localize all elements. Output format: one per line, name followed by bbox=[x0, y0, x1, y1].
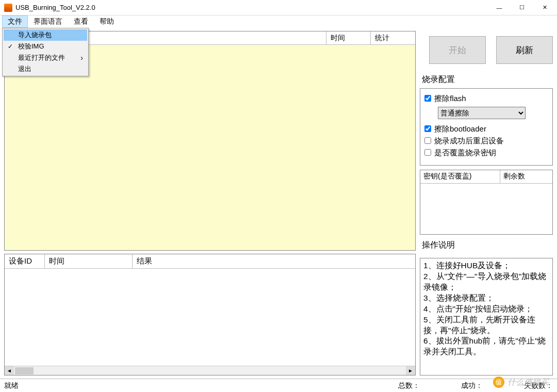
refresh-button[interactable]: 刷新 bbox=[496, 36, 553, 64]
key-table: 密钥(是否覆盖) 剩余数 bbox=[420, 170, 553, 235]
window-title: USB_Burning_Tool_V2.2.0 bbox=[15, 4, 488, 11]
app-icon bbox=[4, 4, 12, 12]
close-button[interactable]: ✕ bbox=[533, 1, 556, 15]
scroll-left-icon[interactable]: ◄ bbox=[5, 366, 14, 375]
key-col-remaining: 剩余数 bbox=[500, 170, 552, 183]
start-button[interactable]: 开始 bbox=[429, 36, 486, 64]
instruction-line: 1、连接好HUB及设备； bbox=[423, 260, 549, 271]
menu-item-import[interactable]: 导入烧录包 bbox=[4, 29, 87, 41]
menu-item-exit[interactable]: 退出 bbox=[4, 63, 87, 75]
instructions-title: 操作说明 bbox=[422, 240, 553, 251]
col-time: 时间 bbox=[326, 31, 371, 44]
status-bar: 就绪 总数： 成功： 失败数： bbox=[0, 379, 557, 392]
instruction-line: 5、关闭工具前，先断开设备连接，再"停止"烧录。 bbox=[423, 315, 549, 336]
overwrite-key-checkbox[interactable]: 是否覆盖烧录密钥 bbox=[424, 148, 548, 158]
instruction-line: 2、从"文件"—"导入烧录包"加载烧录镜像； bbox=[423, 271, 549, 293]
col-stat: 统计 bbox=[371, 31, 415, 44]
reboot-after-checkbox[interactable]: 烧录成功后重启设备 bbox=[424, 136, 548, 146]
minimize-button[interactable]: — bbox=[488, 1, 511, 15]
watermark-icon: 值 bbox=[493, 377, 504, 388]
scroll-right-icon[interactable]: ► bbox=[406, 366, 415, 375]
menu-item-verify[interactable]: 校验IMG bbox=[4, 41, 87, 52]
menu-language[interactable]: 界面语言 bbox=[28, 15, 68, 28]
horizontal-scrollbar[interactable]: ◄ ► bbox=[5, 366, 415, 375]
col-result: 结果 bbox=[133, 254, 415, 268]
status-total: 总数： bbox=[398, 381, 420, 390]
key-col-overwrite: 密钥(是否覆盖) bbox=[420, 170, 500, 183]
menu-item-recent[interactable]: 最近打开的文件 bbox=[4, 52, 87, 63]
log-pane: 设备ID 时间 结果 ◄ ► bbox=[4, 254, 416, 375]
status-ready: 就绪 bbox=[4, 381, 19, 390]
watermark: 值 什么值得买 bbox=[493, 377, 549, 388]
config-title: 烧录配置 bbox=[422, 74, 553, 85]
config-panel: 擦除flash 普通擦除 擦除bootloader 烧录成功后重启设备 是否覆盖… bbox=[420, 88, 553, 166]
menu-bar: 文件 界面语言 查看 帮助 bbox=[0, 15, 557, 28]
title-bar: USB_Burning_Tool_V2.2.0 — ☐ ✕ bbox=[0, 0, 557, 15]
erase-bootloader-checkbox[interactable]: 擦除bootloader bbox=[424, 124, 548, 134]
menu-file[interactable]: 文件 bbox=[2, 15, 28, 28]
erase-flash-checkbox[interactable]: 擦除flash bbox=[424, 94, 548, 104]
erase-mode-select[interactable]: 普通擦除 bbox=[438, 107, 526, 119]
maximize-button[interactable]: ☐ bbox=[511, 1, 533, 15]
file-dropdown: 导入烧录包 校验IMG 最近打开的文件 退出 bbox=[2, 28, 89, 76]
instructions-panel: 1、连接好HUB及设备； 2、从"文件"—"导入烧录包"加载烧录镜像； 3、选择… bbox=[420, 258, 553, 375]
menu-help[interactable]: 帮助 bbox=[94, 15, 120, 28]
col-device-id: 设备ID bbox=[5, 254, 45, 268]
instruction-line: 3、选择烧录配置； bbox=[423, 293, 549, 304]
log-body bbox=[5, 269, 415, 366]
scroll-thumb[interactable] bbox=[15, 367, 34, 374]
instruction-line: 6、拔出外置hub前，请先"停止"烧录并关闭工具。 bbox=[423, 336, 549, 357]
status-success: 成功： bbox=[461, 381, 483, 390]
menu-view[interactable]: 查看 bbox=[68, 15, 94, 28]
col-log-time: 时间 bbox=[45, 254, 133, 268]
instruction-line: 4、点击"开始"按钮启动烧录； bbox=[423, 304, 549, 315]
